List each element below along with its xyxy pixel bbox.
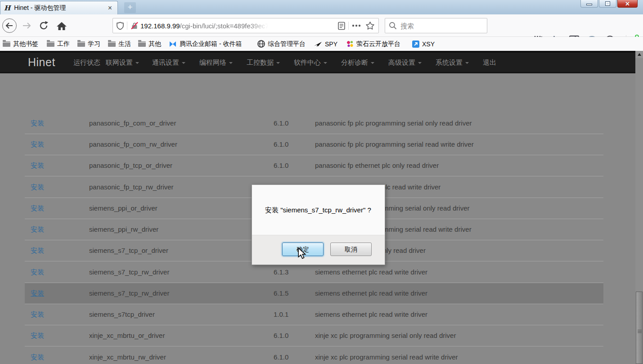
bookmark-label: SPY bbox=[325, 40, 337, 48]
new-tab-button[interactable]: + bbox=[124, 2, 136, 13]
driver-name: siemens_ppi_or_driver bbox=[89, 198, 157, 219]
driver-description: siemens ethernet plc read write driver bbox=[315, 304, 427, 325]
driver-name: panasonic_fp_com_rw_driver bbox=[89, 134, 177, 155]
nav-menu-item-9[interactable]: 退出 bbox=[483, 53, 496, 72]
browser-tab[interactable]: H Hinet - 驱动包管理 × bbox=[0, 1, 118, 14]
chevron-down-icon bbox=[324, 62, 327, 64]
nav-menu-label: 联网设置 bbox=[106, 58, 133, 66]
nav-menu-label: 通讯设置 bbox=[152, 58, 179, 66]
tab-close-icon[interactable]: × bbox=[106, 4, 114, 12]
folder-icon bbox=[3, 41, 10, 47]
home-icon bbox=[56, 21, 67, 31]
install-link[interactable]: 安装 bbox=[31, 198, 44, 219]
install-link[interactable]: 安装 bbox=[31, 177, 44, 198]
tab-title: Hinet - 驱动包管理 bbox=[14, 4, 106, 12]
nav-menu-item-4[interactable]: 工控数据 bbox=[247, 53, 280, 72]
search-input[interactable] bbox=[385, 18, 487, 33]
driver-version: 6.1.0 bbox=[274, 155, 288, 176]
site-logo: Hinet bbox=[28, 53, 55, 72]
nav-menu-label: 软件中心 bbox=[294, 58, 321, 66]
restore-button[interactable] bbox=[599, 0, 616, 8]
cancel-button[interactable]: 取消 bbox=[330, 243, 372, 256]
driver-name: panasonic_fp_tcp_or_driver bbox=[89, 155, 172, 176]
nav-menu-item-7[interactable]: 高级设置 bbox=[388, 53, 422, 72]
folder-icon bbox=[108, 41, 116, 47]
table-row: 安装 xinje_xc_mbrtu_or_driver 6.1.0 xinje … bbox=[25, 325, 603, 346]
install-link[interactable]: 安装 bbox=[31, 325, 44, 346]
nav-menu-item-5[interactable]: 软件中心 bbox=[294, 53, 327, 72]
folder-icon bbox=[47, 41, 54, 47]
bookmark-label: 其他书签 bbox=[13, 40, 38, 48]
nav-menu-label: 高级设置 bbox=[388, 58, 415, 66]
table-row: 安装 panasonic_fp_com_or_driver 6.1.0 pana… bbox=[25, 113, 603, 134]
url-bar[interactable]: 192.168.9.99/cgi-bin/luci/;stok=489fe39e… bbox=[112, 18, 379, 33]
page-actions-icon[interactable] bbox=[352, 24, 361, 27]
scrollbar-thumb[interactable] bbox=[636, 292, 643, 364]
driver-description: xinje xc plc programming serial only rea… bbox=[315, 325, 456, 346]
bookmarks-bar: 其他书签 工作 学习 生活 其他 腾讯企业邮箱 - 收件箱 综合管理平台 SPY… bbox=[0, 37, 643, 51]
nav-menu-item-0[interactable]: 运行状态 bbox=[73, 53, 100, 72]
globe-icon bbox=[257, 40, 265, 48]
table-row: 安装 xinje_xc_mbrtu_rw_driver 6.1.0 xinje … bbox=[25, 347, 603, 364]
urlbar-divider bbox=[127, 22, 127, 30]
chevron-down-icon bbox=[418, 62, 422, 64]
close-button[interactable]: ✕ bbox=[617, 0, 638, 8]
chevron-down-icon bbox=[182, 62, 185, 64]
bookmark-folder-other-bookmarks[interactable]: 其他书签 bbox=[3, 37, 38, 51]
tracking-shield-icon[interactable] bbox=[117, 22, 124, 30]
driver-name: siemens_ppi_rw_driver bbox=[89, 219, 158, 240]
minimize-button[interactable] bbox=[580, 0, 598, 8]
insecure-lock-icon[interactable] bbox=[130, 22, 139, 30]
bookmark-ezviz-platform[interactable]: 萤石云开放平台 bbox=[346, 37, 400, 51]
install-link[interactable]: 安装 bbox=[31, 304, 44, 325]
bookmark-label: 综合管理平台 bbox=[268, 40, 306, 48]
restore-icon bbox=[606, 2, 610, 5]
bookmark-label: 学习 bbox=[88, 40, 100, 48]
install-link[interactable]: 安装 bbox=[31, 347, 44, 364]
bookmark-folder-study[interactable]: 学习 bbox=[77, 37, 100, 51]
install-link[interactable]: 安装 bbox=[31, 283, 44, 304]
bookmark-label: 生活 bbox=[118, 40, 131, 48]
colored-dots-icon bbox=[346, 40, 354, 48]
reload-button[interactable] bbox=[36, 18, 51, 33]
nav-menu-label: 系统设置 bbox=[436, 58, 463, 66]
bookmark-star-icon[interactable] bbox=[365, 21, 375, 30]
folder-icon bbox=[77, 41, 85, 47]
bookmark-xsy[interactable]: XSY bbox=[412, 37, 435, 51]
install-link[interactable]: 安装 bbox=[31, 155, 44, 176]
nav-menu-item-3[interactable]: 编程网络 bbox=[199, 53, 233, 72]
hinet-favicon: H bbox=[4, 4, 10, 12]
back-button[interactable] bbox=[2, 18, 17, 33]
nav-menu-item-8[interactable]: 系统设置 bbox=[436, 53, 469, 72]
nav-menu-label: 运行状态 bbox=[73, 58, 100, 66]
home-button[interactable] bbox=[54, 18, 69, 33]
tencent-mail-icon bbox=[169, 40, 177, 48]
bookmark-mgmt-platform[interactable]: 综合管理平台 bbox=[257, 37, 306, 51]
chevron-down-icon bbox=[229, 62, 233, 64]
bookmark-tencent-mail[interactable]: 腾讯企业邮箱 - 收件箱 bbox=[169, 37, 242, 51]
driver-description: siemens ethernet plc read write driver bbox=[315, 283, 427, 304]
nav-menu-item-2[interactable]: 通讯设置 bbox=[152, 53, 185, 72]
bookmark-label: 腾讯企业邮箱 - 收件箱 bbox=[180, 40, 242, 48]
bookmark-label: 工作 bbox=[57, 40, 70, 48]
vertical-scrollbar[interactable] bbox=[635, 51, 643, 364]
install-link[interactable]: 安装 bbox=[31, 113, 44, 134]
install-link[interactable]: 安装 bbox=[31, 219, 44, 240]
forward-button[interactable] bbox=[19, 18, 34, 33]
table-row: 安装 panasonic_fp_com_rw_driver 6.1.0 pana… bbox=[25, 134, 603, 155]
bookmark-folder-work[interactable]: 工作 bbox=[47, 37, 70, 51]
bookmark-folder-misc[interactable]: 其他 bbox=[138, 37, 161, 51]
nav-menu-label: 退出 bbox=[483, 58, 496, 66]
reader-mode-icon[interactable] bbox=[338, 22, 345, 30]
install-link[interactable]: 安装 bbox=[31, 240, 44, 261]
driver-name: siemens_s7_tcp_rw_driver bbox=[89, 262, 169, 283]
scroll-up-button[interactable] bbox=[635, 51, 643, 58]
nav-menu-item-6[interactable]: 分析诊断 bbox=[341, 53, 374, 72]
nav-menu-item-1[interactable]: 联网设置 bbox=[106, 53, 139, 72]
install-link[interactable]: 安装 bbox=[31, 262, 44, 283]
bookmark-spy[interactable]: SPY bbox=[314, 37, 337, 51]
table-row: 安装 siemens_s7_tcp_rw_driver 6.1.5 siemen… bbox=[25, 283, 603, 304]
install-link[interactable]: 安装 bbox=[31, 134, 44, 155]
nav-menu-label: 编程网络 bbox=[199, 58, 226, 66]
bookmark-folder-life[interactable]: 生活 bbox=[108, 37, 131, 51]
